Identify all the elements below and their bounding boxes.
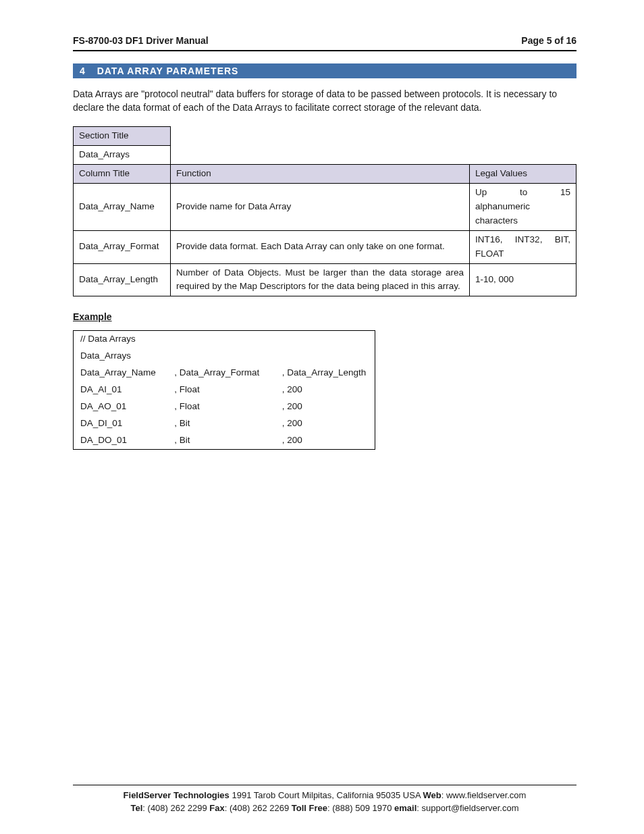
footer-tel-label: Tel bbox=[131, 803, 143, 813]
table-row: Data_Arrays bbox=[74, 348, 375, 365]
section-heading: 4 DATA ARRAY PARAMETERS bbox=[73, 63, 576, 78]
footer-tollfree-value: : (888) 509 1970 bbox=[327, 803, 394, 813]
table-row: Data_Array_Name Provide name for Data Ar… bbox=[74, 183, 576, 230]
param-name-cell: Data_Array_Length bbox=[74, 263, 171, 296]
example-cell: , Bit bbox=[167, 432, 275, 449]
example-cell: DA_AI_01 bbox=[74, 382, 168, 398]
example-cell: , 200 bbox=[275, 432, 375, 449]
param-legal-cell: INT16, INT32, BIT, FLOAT bbox=[470, 230, 576, 263]
example-cell: , Float bbox=[167, 382, 275, 398]
section-number: 4 bbox=[80, 66, 94, 76]
example-cell: DA_DI_01 bbox=[74, 415, 168, 432]
table-row: Data_Array_Length Number of Data Objects… bbox=[74, 263, 576, 296]
page-container: FS-8700-03 DF1 Driver Manual Page 5 of 1… bbox=[0, 0, 644, 834]
table-row: Data_Arrays bbox=[74, 146, 576, 165]
header-title: FS-8700-03 DF1 Driver Manual bbox=[73, 35, 209, 46]
footer-web-value: : www.fieldserver.com bbox=[441, 790, 527, 800]
table-row: Column Title Function Legal Values bbox=[74, 165, 576, 184]
example-heading: Example bbox=[73, 311, 576, 322]
footer-company: FieldServer Technologies bbox=[124, 790, 230, 800]
example-cell: DA_AO_01 bbox=[74, 398, 168, 415]
table-row: Data_Array_Name , Data_Array_Format , Da… bbox=[74, 365, 375, 382]
section-title: DATA ARRAY PARAMETERS bbox=[97, 66, 239, 76]
table-row: DA_DO_01 , Bit , 200 bbox=[74, 432, 375, 449]
page-footer: FieldServer Technologies 1991 Tarob Cour… bbox=[73, 785, 576, 815]
table-row: Data_Array_Format Provide data format. E… bbox=[74, 230, 576, 263]
example-cell: , 200 bbox=[275, 415, 375, 432]
empty-cell bbox=[171, 127, 576, 146]
column-title-label-cell: Column Title bbox=[74, 165, 171, 184]
param-name-cell: Data_Array_Name bbox=[74, 183, 171, 230]
table-row: DA_DI_01 , Bit , 200 bbox=[74, 415, 375, 432]
example-cell: , Bit bbox=[167, 415, 275, 432]
parameters-table: Section Title Data_Arrays Column Title F… bbox=[73, 126, 576, 296]
footer-web-label: Web bbox=[423, 790, 441, 800]
intro-paragraph: Data Arrays are "protocol neutral" data … bbox=[73, 88, 576, 114]
footer-fax-value: : (408) 262 2269 bbox=[225, 803, 292, 813]
footer-line-2: Tel: (408) 262 2299 Fax: (408) 262 2269 … bbox=[73, 802, 576, 815]
legal-values-header-cell: Legal Values bbox=[470, 165, 576, 184]
example-cell: DA_DO_01 bbox=[74, 432, 168, 449]
footer-tel-value: : (408) 262 2299 bbox=[142, 803, 209, 813]
param-function-cell: Provide data format. Each Data Array can… bbox=[171, 230, 470, 263]
table-row: DA_AI_01 , Float , 200 bbox=[74, 382, 375, 398]
example-header-cell: , Data_Array_Length bbox=[275, 365, 375, 382]
example-header-cell: , Data_Array_Format bbox=[167, 365, 275, 382]
footer-email-value: : support@fieldserver.com bbox=[417, 803, 518, 813]
header-page-number: Page 5 of 16 bbox=[521, 35, 576, 46]
param-name-cell: Data_Array_Format bbox=[74, 230, 171, 263]
empty-cell bbox=[171, 146, 576, 165]
footer-fax-label: Fax bbox=[209, 803, 224, 813]
footer-line-1: FieldServer Technologies 1991 Tarob Cour… bbox=[73, 789, 576, 802]
page-header: FS-8700-03 DF1 Driver Manual Page 5 of 1… bbox=[73, 35, 576, 51]
footer-address: 1991 Tarob Court Milpitas, California 95… bbox=[230, 790, 423, 800]
example-cell: , 200 bbox=[275, 382, 375, 398]
footer-tollfree-label: Toll Free bbox=[292, 803, 327, 813]
example-section-cell: Data_Arrays bbox=[74, 348, 375, 365]
footer-email-label: email bbox=[394, 803, 417, 813]
example-table: // Data Arrays Data_Arrays Data_Array_Na… bbox=[73, 330, 375, 449]
example-cell: , Float bbox=[167, 398, 275, 415]
param-legal-cell: Up to 15 alphanumeric characters bbox=[470, 183, 576, 230]
param-legal-cell: 1-10, 000 bbox=[470, 263, 576, 296]
function-header-cell: Function bbox=[171, 165, 470, 184]
table-row: Section Title bbox=[74, 127, 576, 146]
table-row: // Data Arrays bbox=[74, 331, 375, 348]
section-title-value-cell: Data_Arrays bbox=[74, 146, 171, 165]
example-cell: , 200 bbox=[275, 398, 375, 415]
param-function-cell: Number of Data Objects. Must be larger t… bbox=[171, 263, 470, 296]
section-title-label-cell: Section Title bbox=[74, 127, 171, 146]
param-function-cell: Provide name for Data Array bbox=[171, 183, 470, 230]
example-comment-cell: // Data Arrays bbox=[74, 331, 375, 348]
table-row: DA_AO_01 , Float , 200 bbox=[74, 398, 375, 415]
example-header-cell: Data_Array_Name bbox=[74, 365, 168, 382]
